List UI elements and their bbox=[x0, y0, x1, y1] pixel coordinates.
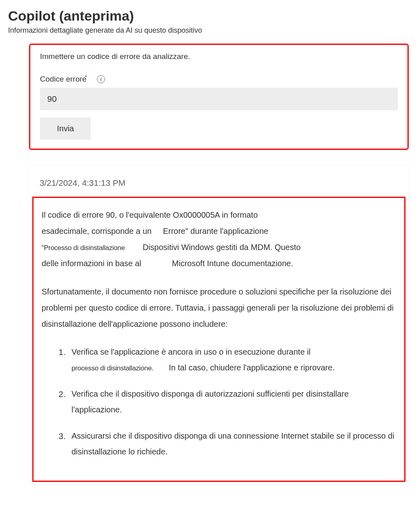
response-card: 3/21/2024, 4:31:13 PM Il codice di error… bbox=[29, 166, 409, 482]
instruction-text: Immettere un codice di errore da analizz… bbox=[40, 52, 398, 61]
step-1: Verifica se l'applicazione è ancora in u… bbox=[59, 344, 396, 376]
troubleshoot-steps: Verifica se l'applicazione è ancora in u… bbox=[42, 344, 396, 460]
response-timestamp: 3/21/2024, 4:31:13 PM bbox=[40, 178, 405, 188]
step-3: Assicurarsi che il dispositivo disponga … bbox=[59, 428, 396, 460]
error-code-input[interactable] bbox=[40, 88, 398, 110]
error-code-label: Codice errore* bbox=[40, 75, 89, 84]
required-mark: * bbox=[85, 74, 87, 80]
page-subtitle: Informazioni dettagliate generate da AI … bbox=[8, 26, 412, 35]
response-body: Il codice di errore 90, o l'equivalente … bbox=[32, 197, 405, 482]
info-icon[interactable]: i bbox=[97, 75, 105, 83]
input-card: Immettere un codice di errore da analizz… bbox=[29, 44, 409, 150]
submit-button[interactable]: Invia bbox=[40, 118, 91, 140]
response-paragraph-2: Sfortunatamente, il documento non fornis… bbox=[42, 284, 396, 332]
step-2: Verifica che il dispositivo disponga di … bbox=[59, 386, 396, 418]
response-paragraph-1: Il codice di errore 90, o l'equivalente … bbox=[42, 207, 396, 271]
page-title: Copilot (anteprima) bbox=[8, 8, 412, 24]
